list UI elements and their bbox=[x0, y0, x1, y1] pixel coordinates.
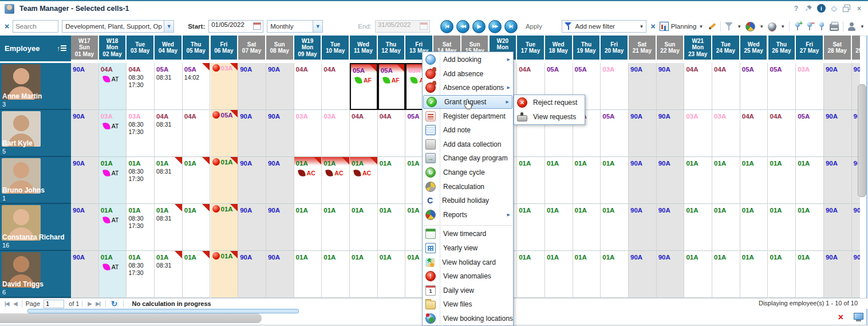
grid-cell[interactable]: 01A bbox=[211, 251, 239, 298]
grid-cell[interactable]: 04A bbox=[740, 110, 768, 157]
grid-cell[interactable]: 01A bbox=[573, 157, 601, 204]
apply-button[interactable]: Apply bbox=[526, 23, 542, 30]
grid-cell[interactable]: 04A bbox=[183, 110, 211, 157]
grid-cell[interactable]: 01A bbox=[768, 251, 796, 298]
grid-cell[interactable]: 01A08:3017:30 bbox=[127, 251, 155, 298]
grid-cell[interactable]: 90A bbox=[824, 157, 852, 204]
horizontal-scrollbar-inner[interactable] bbox=[27, 309, 299, 313]
grid-cell[interactable]: 01A bbox=[183, 157, 211, 204]
grid-cell[interactable]: 03AAT bbox=[99, 110, 127, 157]
grid-cell[interactable]: 01A bbox=[378, 204, 406, 251]
employee-options-icon[interactable] bbox=[847, 22, 856, 31]
grid-cell[interactable]: 03A bbox=[322, 110, 350, 157]
grid-cell[interactable]: 01A bbox=[796, 251, 824, 298]
delete-icon[interactable]: × bbox=[838, 312, 843, 323]
start-date-input[interactable]: 01/05/2022 bbox=[208, 20, 263, 33]
menu-item-add-booking[interactable]: Add booking▶ bbox=[423, 53, 513, 67]
grid-cell[interactable]: 01A bbox=[183, 204, 211, 251]
grid-cell[interactable]: 01A bbox=[545, 204, 573, 251]
grid-cell[interactable]: 05A bbox=[601, 110, 629, 157]
menu-item-change-day-program[interactable]: Change day program bbox=[423, 151, 513, 166]
horizontal-scrollbar-thumb[interactable] bbox=[0, 313, 262, 323]
employee-cell[interactable]: Bruno Johns1 bbox=[0, 157, 71, 204]
grid-cell[interactable]: 90A bbox=[266, 157, 294, 204]
grid-cell[interactable]: 01A bbox=[768, 204, 796, 251]
grid-cell[interactable]: 04A bbox=[712, 63, 740, 110]
grid-cell[interactable]: 90A bbox=[629, 110, 657, 157]
grid-cell[interactable]: 01A bbox=[378, 157, 406, 204]
grid-cell[interactable]: 90A bbox=[238, 251, 266, 298]
menu-item-rebuild-holiday[interactable]: Rebuild holiday bbox=[423, 194, 513, 208]
grid-cell[interactable]: 03A bbox=[796, 63, 824, 110]
grid-cell[interactable]: 01AAC bbox=[322, 157, 350, 204]
grid-cell[interactable]: 05A bbox=[211, 110, 239, 157]
grid-cell[interactable]: 01A bbox=[545, 251, 573, 298]
employee-cell[interactable]: Bart Kyle5 bbox=[0, 110, 71, 157]
period-select[interactable]: Monthly ▼ bbox=[267, 20, 323, 33]
grid-cell[interactable]: 01A bbox=[796, 157, 824, 204]
grid-cell[interactable]: 03A08:3017:30 bbox=[127, 110, 155, 157]
grid-cell[interactable]: 01A bbox=[684, 251, 712, 298]
menu-item-add-note[interactable]: Add note bbox=[423, 123, 513, 138]
grid-cell[interactable]: 90A bbox=[266, 204, 294, 251]
grid-cell[interactable]: 90A bbox=[71, 157, 99, 204]
grid-cell[interactable]: 01A bbox=[601, 251, 629, 298]
menu-item-daily-view[interactable]: Daily view bbox=[423, 284, 513, 298]
grid-cell[interactable]: 01A bbox=[573, 251, 601, 298]
next-page-icon[interactable]: ▶ bbox=[88, 301, 91, 307]
grid-cell[interactable]: 01A bbox=[684, 157, 712, 204]
grid-cell[interactable]: 04A bbox=[294, 63, 322, 110]
grid-cell[interactable]: 01A bbox=[517, 204, 545, 251]
employee-cell[interactable]: David Triggs6 bbox=[0, 251, 71, 298]
submenu-item-reject-request[interactable]: Reject request bbox=[514, 96, 585, 110]
grid-cell[interactable]: 01A bbox=[183, 251, 211, 298]
grid-cell[interactable]: 01A bbox=[517, 157, 545, 204]
grid-cell[interactable]: 04A bbox=[684, 63, 712, 110]
grid-cell[interactable]: 90A bbox=[71, 63, 99, 110]
first-page-icon[interactable]: |◀ bbox=[5, 301, 9, 307]
employee-cell[interactable]: Constanza Richard16 bbox=[0, 204, 71, 251]
grid-cell[interactable]: 90A bbox=[657, 157, 685, 204]
grid-cell[interactable]: 90A bbox=[629, 204, 657, 251]
grid-cell[interactable]: 01AAC bbox=[350, 157, 378, 204]
print-icon[interactable] bbox=[830, 23, 839, 31]
grid-cell[interactable]: 01A bbox=[601, 204, 629, 251]
last-page-icon[interactable]: ▶| bbox=[96, 301, 100, 307]
page-input[interactable] bbox=[44, 300, 64, 308]
grid-cell[interactable]: 04A bbox=[350, 110, 378, 157]
first-period-button[interactable]: |◀ bbox=[440, 20, 453, 33]
menu-item-view-booking-locations[interactable]: View booking locations bbox=[423, 312, 513, 326]
grid-cell[interactable]: 90A bbox=[824, 204, 852, 251]
grid-cell[interactable]: 01A bbox=[545, 157, 573, 204]
grid-cell[interactable]: 05A bbox=[768, 63, 796, 110]
grid-cell[interactable]: 90A bbox=[629, 63, 657, 110]
grid-cell[interactable]: 01A bbox=[350, 204, 378, 251]
menu-item-view-timecard[interactable]: View timecard bbox=[423, 227, 513, 241]
grid-cell[interactable]: 01A bbox=[601, 157, 629, 204]
grid-cell[interactable]: 90A bbox=[657, 110, 685, 157]
grid-cell[interactable]: 01A bbox=[322, 204, 350, 251]
grid-cell[interactable]: 05AAF bbox=[378, 63, 406, 110]
grid-cell[interactable]: 01A08:3017:30 bbox=[127, 157, 155, 204]
menu-item-absence-operations[interactable]: Absence operations▶ bbox=[423, 81, 513, 95]
grid-cell[interactable]: 90A bbox=[824, 251, 852, 298]
menu-item-change-cycle[interactable]: Change cycle bbox=[423, 166, 513, 180]
add-pin-icon[interactable]: + bbox=[794, 22, 802, 31]
menu-item-add-absence[interactable]: Add absence bbox=[423, 67, 513, 81]
grid-cell[interactable]: 01A bbox=[517, 251, 545, 298]
info-icon[interactable]: i bbox=[817, 4, 826, 13]
play-button[interactable]: ▶ bbox=[472, 20, 486, 33]
submenu-item-view-requests[interactable]: View requests bbox=[514, 110, 585, 124]
planning-menu-button[interactable]: Planning ▼ bbox=[660, 22, 704, 31]
grid-cell[interactable]: 90A bbox=[266, 110, 294, 157]
edit-pencil-icon[interactable] bbox=[707, 22, 716, 31]
grid-cell[interactable]: 90A bbox=[629, 251, 657, 298]
grid-cell[interactable]: 90A bbox=[824, 110, 852, 157]
grid-cell[interactable]: 90A bbox=[238, 110, 266, 157]
department-filter-select[interactable]: Development, Plant, Support, Op ▼ bbox=[62, 20, 174, 33]
grid-cell[interactable]: 01A bbox=[740, 157, 768, 204]
grid-cell[interactable]: 01A08:31 bbox=[155, 204, 183, 251]
grid-cell[interactable]: 05A14:02 bbox=[183, 63, 211, 110]
pin-icon[interactable] bbox=[818, 22, 826, 31]
prev-page-icon[interactable]: ◀ bbox=[13, 301, 17, 307]
